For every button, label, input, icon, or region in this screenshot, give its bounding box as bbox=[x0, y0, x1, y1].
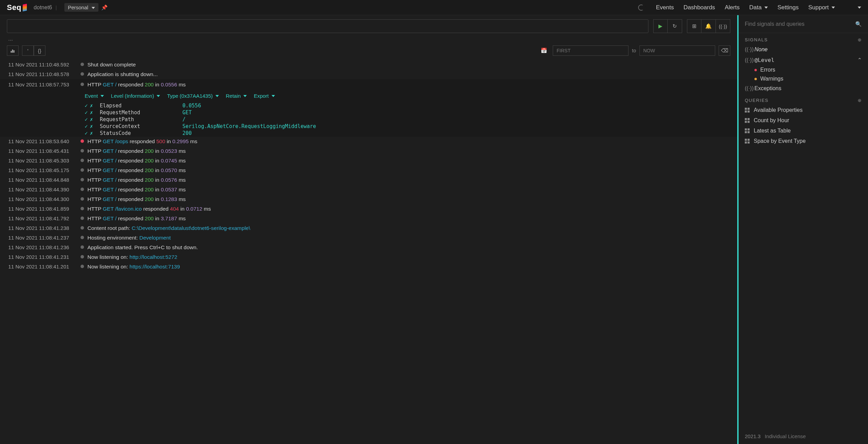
property-row[interactable]: ✓✗RequestPath/ bbox=[0, 116, 737, 123]
event-timestamp: 11 Nov 2021 11:08:41.236 bbox=[8, 243, 81, 252]
user-menu-chevron-icon[interactable] bbox=[856, 7, 861, 9]
stream-button[interactable]: ((·)) bbox=[716, 19, 730, 33]
pin-icon[interactable]: 📌 bbox=[101, 4, 108, 11]
nav-settings[interactable]: Settings bbox=[777, 4, 798, 11]
event-message: Hosting environment: Development bbox=[87, 234, 729, 242]
event-row[interactable]: 11 Nov 2021 11:08:53.640HTTP GET /oops r… bbox=[0, 137, 737, 146]
event-row[interactable]: 11 Nov 2021 11:08:41.201Now listening on… bbox=[0, 262, 737, 272]
exclude-icon[interactable]: ✗ bbox=[90, 130, 93, 136]
exclude-icon[interactable]: ✗ bbox=[90, 103, 93, 109]
event-row[interactable]: 11 Nov 2021 11:08:41.792HTTP GET / respo… bbox=[0, 214, 737, 223]
theme-toggle-icon[interactable] bbox=[638, 4, 644, 11]
event-timestamp: 11 Nov 2021 11:08:45.431 bbox=[8, 147, 81, 155]
event-row[interactable]: 11 Nov 2021 11:08:57.753HTTP GET / respo… bbox=[0, 79, 737, 91]
include-icon[interactable]: ✓ bbox=[85, 123, 88, 129]
time-to-input[interactable] bbox=[639, 45, 715, 56]
property-row[interactable]: ✓✗Elapsed0.0556 bbox=[0, 102, 737, 109]
search-icon[interactable]: 🔍 bbox=[855, 21, 862, 27]
exclude-icon[interactable]: ✗ bbox=[90, 116, 93, 123]
add-widget-button[interactable]: ⊞ bbox=[687, 19, 701, 33]
detail-menu-event[interactable]: Event bbox=[85, 93, 104, 99]
nav-events[interactable]: Events bbox=[656, 4, 674, 11]
braces-button[interactable]: {} bbox=[34, 45, 45, 56]
property-name: RequestMethod bbox=[100, 109, 182, 116]
event-message: HTTP GET /favicon.ico responded 404 in 0… bbox=[87, 205, 729, 213]
event-row[interactable]: 11 Nov 2021 11:08:45.303HTTP GET / respo… bbox=[0, 156, 737, 166]
event-timestamp: 11 Nov 2021 11:08:53.640 bbox=[8, 137, 81, 146]
signal-exceptions[interactable]: ((·)) Exceptions bbox=[739, 83, 868, 94]
event-list[interactable]: 11 Nov 2021 11:10:48.592Shut down comple… bbox=[0, 60, 737, 444]
level-dot-icon bbox=[81, 139, 84, 143]
brand-logo-text[interactable]: Seq bbox=[7, 3, 21, 12]
event-row[interactable]: 11 Nov 2021 11:10:48.592Shut down comple… bbox=[0, 60, 737, 70]
query-label: Space by Event Type bbox=[754, 138, 806, 144]
event-row[interactable]: 11 Nov 2021 11:08:41.859HTTP GET /favico… bbox=[0, 204, 737, 214]
run-query-button[interactable]: ▶ bbox=[653, 19, 668, 33]
sidebar-search-input[interactable] bbox=[745, 21, 855, 27]
detail-menu-level[interactable]: Level (Information) bbox=[111, 93, 160, 99]
event-row[interactable]: 11 Nov 2021 11:08:45.175HTTP GET / respo… bbox=[0, 166, 737, 175]
event-row[interactable]: 11 Nov 2021 11:08:44.848HTTP GET / respo… bbox=[0, 175, 737, 185]
signal-warnings[interactable]: Warnings bbox=[739, 74, 868, 83]
exclude-icon[interactable]: ✗ bbox=[90, 123, 93, 129]
event-row[interactable]: 11 Nov 2021 11:08:41.237Hosting environm… bbox=[0, 233, 737, 243]
query-item[interactable]: Count by Hour bbox=[739, 115, 868, 126]
exclude-icon[interactable]: ✗ bbox=[90, 109, 93, 116]
event-message: HTTP GET / responded 200 in 0.0537 ms bbox=[87, 186, 729, 194]
time-from-input[interactable] bbox=[553, 45, 628, 56]
alert-button[interactable]: 🔔 bbox=[701, 19, 716, 33]
event-row[interactable]: 11 Nov 2021 11:08:41.238Content root pat… bbox=[0, 223, 737, 233]
add-query-button[interactable]: ⊕ bbox=[858, 98, 862, 103]
event-row[interactable]: 11 Nov 2021 11:08:41.236Application star… bbox=[0, 243, 737, 252]
event-timestamp: 11 Nov 2021 11:08:41.231 bbox=[8, 253, 81, 261]
signal-none[interactable]: ((·)) None bbox=[739, 44, 868, 55]
project-name[interactable]: dotnet6 bbox=[34, 4, 52, 11]
event-message: Shut down complete bbox=[87, 61, 729, 69]
quote-button[interactable]: ' bbox=[22, 45, 34, 56]
event-message: HTTP GET / responded 200 in 0.1283 ms bbox=[87, 195, 729, 203]
nav-support[interactable]: Support bbox=[808, 4, 835, 11]
user-avatar[interactable] bbox=[845, 2, 855, 13]
nav-data[interactable]: Data bbox=[749, 4, 768, 11]
property-value: / bbox=[182, 116, 186, 123]
signal-errors[interactable]: Errors bbox=[739, 65, 868, 74]
chart-toggle-button[interactable] bbox=[7, 45, 19, 56]
event-message: Application started. Press Ctrl+C to shu… bbox=[87, 243, 729, 252]
clear-time-button[interactable]: ⌫ bbox=[719, 45, 730, 56]
event-row[interactable]: 11 Nov 2021 11:08:44.390HTTP GET / respo… bbox=[0, 185, 737, 194]
event-message: Content root path: C:\Development\datalu… bbox=[87, 224, 729, 232]
calendar-icon[interactable]: 📅 bbox=[541, 47, 547, 54]
event-row[interactable]: 11 Nov 2021 11:08:41.231Now listening on… bbox=[0, 252, 737, 262]
include-icon[interactable]: ✓ bbox=[85, 103, 88, 109]
nav-alerts[interactable]: Alerts bbox=[725, 4, 740, 11]
license[interactable]: Individual License bbox=[765, 433, 806, 439]
event-message: HTTP GET / responded 200 in 0.0523 ms bbox=[87, 147, 729, 155]
signal-icon: ((·)) bbox=[745, 57, 751, 63]
event-row[interactable]: 11 Nov 2021 11:10:48.578Application is s… bbox=[0, 70, 737, 79]
property-row[interactable]: ✓✗StatusCode200 bbox=[0, 130, 737, 137]
query-label: Latest as Table bbox=[754, 128, 791, 134]
query-item[interactable]: Latest as Table bbox=[739, 126, 868, 136]
include-icon[interactable]: ✓ bbox=[85, 116, 88, 123]
property-row[interactable]: ✓✗SourceContextSerilog.AspNetCore.Reques… bbox=[0, 123, 737, 130]
property-row[interactable]: ✓✗RequestMethodGET bbox=[0, 109, 737, 116]
event-message: HTTP GET /oops responded 500 in 0.2995 m… bbox=[87, 137, 729, 146]
workspace-dropdown[interactable]: Personal bbox=[64, 3, 98, 12]
event-row[interactable]: 11 Nov 2021 11:08:45.431HTTP GET / respo… bbox=[0, 146, 737, 156]
detail-menu-export[interactable]: Export bbox=[254, 93, 275, 99]
query-input[interactable] bbox=[7, 19, 648, 33]
include-icon[interactable]: ✓ bbox=[85, 109, 88, 116]
refresh-button[interactable]: ↻ bbox=[668, 19, 682, 33]
event-row[interactable]: 11 Nov 2021 11:08:44.300HTTP GET / respo… bbox=[0, 194, 737, 204]
query-item[interactable]: Available Properties bbox=[739, 105, 868, 115]
version[interactable]: 2021.3 bbox=[745, 433, 761, 439]
include-icon[interactable]: ✓ bbox=[85, 130, 88, 136]
add-signal-button[interactable]: ⊕ bbox=[858, 37, 862, 42]
query-item[interactable]: Space by Event Type bbox=[739, 136, 868, 146]
nav-dashboards[interactable]: Dashboards bbox=[684, 4, 715, 11]
level-dot-icon bbox=[81, 159, 84, 162]
breadcrumb-ellipsis[interactable]: ... bbox=[0, 36, 737, 42]
detail-menu-type[interactable]: Type (0x37AA1435) bbox=[167, 93, 219, 99]
signal-level[interactable]: ((·)) @Level ⌃ bbox=[739, 55, 868, 65]
detail-menu-retain[interactable]: Retain bbox=[226, 93, 247, 99]
